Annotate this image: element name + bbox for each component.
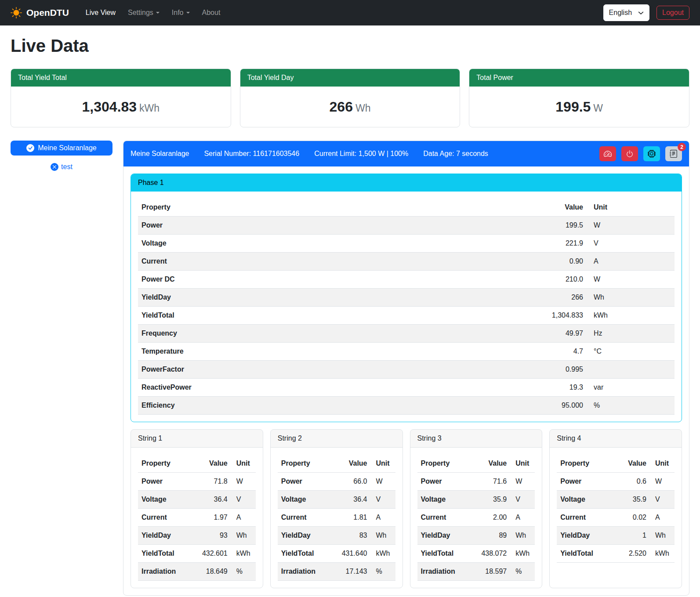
property-cell: Voltage bbox=[138, 491, 190, 509]
logout-button[interactable]: Logout bbox=[656, 6, 689, 20]
nav-about[interactable]: About bbox=[197, 4, 226, 22]
unit-cell: V bbox=[371, 491, 395, 509]
property-cell: Current bbox=[138, 253, 406, 271]
value-cell: 199.5 bbox=[406, 217, 587, 235]
inverter-item-test[interactable]: test bbox=[11, 162, 112, 172]
card-body: 199.5W bbox=[469, 87, 689, 127]
value-cell: 1 bbox=[614, 527, 650, 545]
string-body: Property Value Unit Power71.6W Voltage35… bbox=[410, 448, 542, 588]
table-row: Efficiency95.000% bbox=[138, 397, 675, 415]
string-4-card: String 4 Property Value Unit bbox=[549, 429, 682, 588]
table-row: Power71.8W bbox=[138, 473, 256, 491]
table-row: YieldTotal431.640kWh bbox=[278, 545, 395, 563]
table-row: Power199.5W bbox=[138, 217, 675, 235]
value-cell: 19.3 bbox=[406, 379, 587, 397]
property-cell: Voltage bbox=[278, 491, 330, 509]
col-value: Value bbox=[469, 455, 510, 473]
string-body: Property Value Unit Power0.6W Voltage35.… bbox=[550, 448, 682, 570]
brand[interactable]: OpenDTU bbox=[11, 6, 69, 20]
table-row: YieldDay93Wh bbox=[138, 527, 256, 545]
event-log-button[interactable]: 2 bbox=[665, 146, 682, 161]
nav-live-view[interactable]: Live View bbox=[80, 4, 121, 22]
unit-cell: A bbox=[371, 509, 395, 527]
unit-cell: °C bbox=[587, 343, 675, 361]
phase-card: Phase 1 Property Value Unit bbox=[131, 174, 682, 422]
check-circle-icon bbox=[26, 144, 34, 152]
nav-settings[interactable]: Settings bbox=[123, 4, 165, 22]
nav-info[interactable]: Info bbox=[167, 4, 195, 22]
property-cell: Power bbox=[417, 473, 470, 491]
property-cell: Irradiation bbox=[138, 563, 190, 581]
phase-body: Property Value Unit Power199.5W Voltage2… bbox=[131, 192, 682, 422]
table-row: YieldTotal438.072kWh bbox=[417, 545, 535, 563]
table-row: Temperature4.7°C bbox=[138, 343, 675, 361]
unit-cell: W bbox=[587, 217, 675, 235]
unit-cell: V bbox=[231, 491, 256, 509]
table-row: Voltage36.4V bbox=[278, 491, 395, 509]
table-row: Current1.81A bbox=[278, 509, 395, 527]
inverter-actions: 2 bbox=[599, 146, 682, 161]
unit-cell: var bbox=[587, 379, 675, 397]
value-cell: 66.0 bbox=[330, 473, 370, 491]
table-row: Power66.0W bbox=[278, 473, 395, 491]
col-value: Value bbox=[190, 455, 231, 473]
value-cell: 2.520 bbox=[614, 545, 650, 563]
summary-cards: Total Yield Total 1,304.83kWh Total Yiel… bbox=[11, 69, 689, 127]
unit-cell: W bbox=[650, 473, 675, 491]
table-header-row: Property Value Unit bbox=[557, 455, 675, 473]
property-cell: Voltage bbox=[138, 235, 406, 253]
unit-cell: % bbox=[510, 563, 535, 581]
strings-row: String 1 Property Value Unit bbox=[131, 429, 682, 588]
chevron-down-icon bbox=[186, 12, 190, 14]
nav-live-view-label: Live View bbox=[86, 7, 116, 18]
unit-cell: V bbox=[650, 491, 675, 509]
unit-cell: kWh bbox=[587, 307, 675, 325]
inverter-sidebar: Meine Solaranlage test bbox=[11, 141, 112, 172]
unit-cell: W bbox=[587, 271, 675, 289]
top-navbar: OpenDTU Live View Settings Info About En… bbox=[0, 0, 700, 25]
language-select[interactable]: English bbox=[603, 4, 649, 21]
inverter-select-button[interactable]: Meine Solaranlage bbox=[11, 141, 112, 156]
col-property: Property bbox=[138, 455, 190, 473]
col-value: Value bbox=[406, 199, 587, 217]
chevron-down-icon bbox=[638, 10, 644, 16]
unit-cell: % bbox=[371, 563, 395, 581]
card-value: 1,304.83 bbox=[82, 99, 137, 115]
table-row: Voltage221.9V bbox=[138, 235, 675, 253]
string-title: String 2 bbox=[271, 430, 403, 448]
unit-cell: A bbox=[650, 509, 675, 527]
card-unit: kWh bbox=[139, 102, 160, 114]
unit-cell: W bbox=[510, 473, 535, 491]
property-cell: YieldTotal bbox=[557, 545, 613, 563]
property-cell: Irradiation bbox=[417, 563, 470, 581]
property-cell: Current bbox=[138, 509, 190, 527]
power-settings-button[interactable] bbox=[621, 146, 638, 161]
col-unit: Unit bbox=[510, 455, 535, 473]
value-cell: 4.7 bbox=[406, 343, 587, 361]
value-cell: 0.995 bbox=[406, 361, 587, 379]
property-cell: YieldTotal bbox=[417, 545, 470, 563]
string-2-card: String 2 Property Value Unit bbox=[270, 429, 403, 588]
property-cell: Current bbox=[417, 509, 470, 527]
property-cell: YieldDay bbox=[278, 527, 330, 545]
table-row: Current1.97A bbox=[138, 509, 256, 527]
property-cell: YieldDay bbox=[557, 527, 613, 545]
card-unit: Wh bbox=[355, 102, 371, 114]
property-cell: YieldTotal bbox=[278, 545, 330, 563]
inverter-info-button[interactable] bbox=[643, 146, 660, 161]
property-cell: Voltage bbox=[557, 491, 613, 509]
limit-settings-button[interactable] bbox=[599, 146, 616, 161]
unit-cell: kWh bbox=[371, 545, 395, 563]
nav-right: English Logout bbox=[603, 4, 689, 21]
col-property: Property bbox=[557, 455, 613, 473]
value-cell: 221.9 bbox=[406, 235, 587, 253]
unit-cell: Wh bbox=[587, 289, 675, 307]
language-select-value: English bbox=[609, 7, 632, 18]
property-cell: PowerFactor bbox=[138, 361, 406, 379]
inverter-body: Phase 1 Property Value Unit bbox=[123, 166, 689, 595]
table-row: Current0.02A bbox=[557, 509, 675, 527]
value-cell: 0.90 bbox=[406, 253, 587, 271]
card-unit: W bbox=[593, 102, 603, 114]
value-cell: 35.9 bbox=[614, 491, 650, 509]
value-cell: 35.9 bbox=[469, 491, 510, 509]
